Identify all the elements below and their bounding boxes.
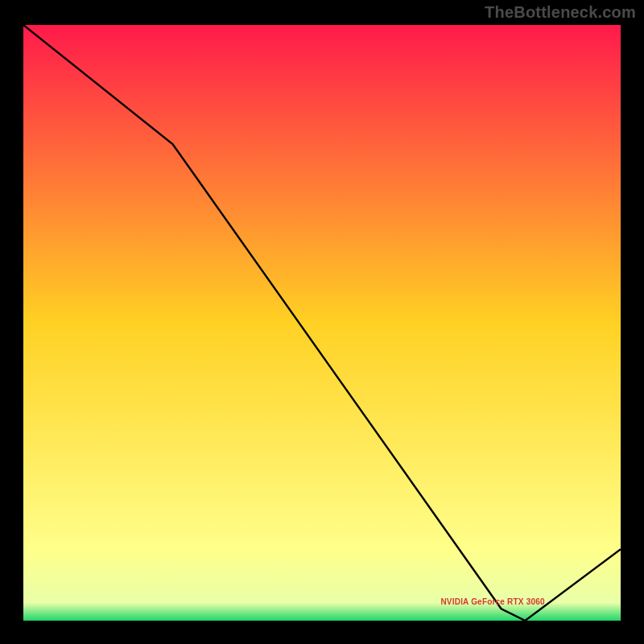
watermark-text: TheBottleneck.com — [485, 3, 636, 22]
gradient-background — [23, 25, 621, 621]
plot-area: NVIDIA GeForce RTX 3060 — [21, 23, 623, 623]
chart-frame: TheBottleneck.com NVIDIA GeForce RTX 306… — [0, 0, 644, 644]
gpu-annotation-label: NVIDIA GeForce RTX 3060 — [440, 597, 544, 606]
chart-svg — [23, 25, 621, 621]
